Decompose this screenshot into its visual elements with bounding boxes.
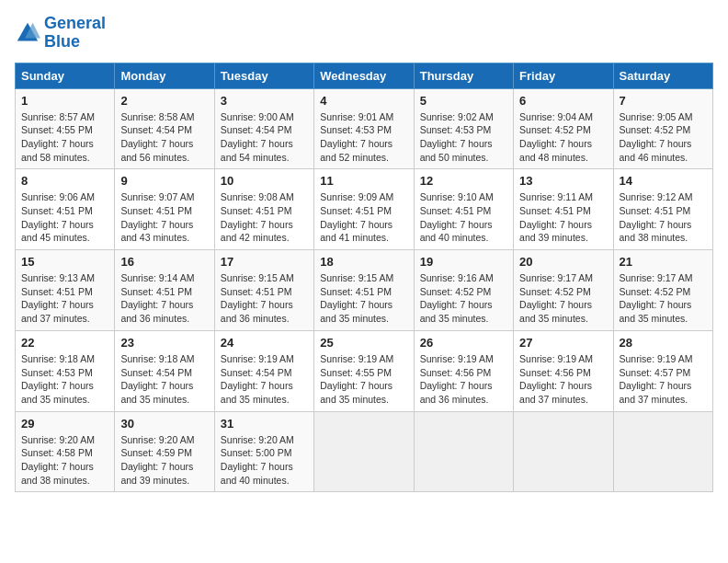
calendar-cell: 21 Sunrise: 9:17 AM Sunset: 4:52 PM Dayl… [613, 250, 712, 331]
calendar-cell [414, 411, 513, 492]
calendar-cell: 19 Sunrise: 9:16 AM Sunset: 4:52 PM Dayl… [414, 250, 513, 331]
calendar-cell: 16 Sunrise: 9:14 AM Sunset: 4:51 PM Dayl… [115, 250, 214, 331]
day-info: Sunrise: 9:14 AM Sunset: 4:51 PM Dayligh… [120, 271, 208, 326]
day-info: Sunrise: 9:13 AM Sunset: 4:51 PM Dayligh… [21, 271, 108, 326]
day-number: 7 [620, 94, 707, 108]
logo-text: General Blue [44, 15, 106, 52]
calendar-cell: 12 Sunrise: 9:10 AM Sunset: 4:51 PM Dayl… [414, 169, 513, 250]
calendar-table: SundayMondayTuesdayWednesdayThursdayFrid… [15, 63, 713, 493]
calendar-cell: 18 Sunrise: 9:15 AM Sunset: 4:51 PM Dayl… [314, 250, 414, 331]
day-info: Sunrise: 9:18 AM Sunset: 4:54 PM Dayligh… [120, 352, 208, 407]
calendar-cell: 28 Sunrise: 9:19 AM Sunset: 4:57 PM Dayl… [613, 330, 712, 411]
day-info: Sunrise: 9:20 AM Sunset: 4:59 PM Dayligh… [120, 433, 208, 488]
day-number: 13 [519, 174, 607, 188]
day-info: Sunrise: 9:16 AM Sunset: 4:52 PM Dayligh… [420, 271, 507, 326]
day-number: 23 [120, 336, 208, 350]
calendar-cell [613, 411, 712, 492]
day-number: 16 [120, 255, 208, 269]
day-info: Sunrise: 9:19 AM Sunset: 4:55 PM Dayligh… [320, 352, 407, 407]
day-info: Sunrise: 9:00 AM Sunset: 4:54 PM Dayligh… [221, 110, 308, 165]
calendar-cell: 26 Sunrise: 9:19 AM Sunset: 4:56 PM Dayl… [414, 330, 513, 411]
day-number: 5 [420, 94, 507, 108]
day-info: Sunrise: 9:07 AM Sunset: 4:51 PM Dayligh… [120, 190, 208, 245]
day-info: Sunrise: 9:06 AM Sunset: 4:51 PM Dayligh… [21, 190, 108, 245]
calendar-cell: 5 Sunrise: 9:02 AM Sunset: 4:53 PM Dayli… [414, 88, 513, 169]
day-number: 3 [221, 94, 308, 108]
day-info: Sunrise: 9:01 AM Sunset: 4:53 PM Dayligh… [320, 110, 407, 165]
calendar-cell: 10 Sunrise: 9:08 AM Sunset: 4:51 PM Dayl… [214, 169, 313, 250]
calendar-cell [314, 411, 414, 492]
calendar-cell: 25 Sunrise: 9:19 AM Sunset: 4:55 PM Dayl… [314, 330, 414, 411]
logo: General Blue [15, 15, 106, 52]
day-number: 27 [519, 336, 607, 350]
day-number: 31 [221, 417, 308, 431]
calendar-cell: 31 Sunrise: 9:20 AM Sunset: 5:00 PM Dayl… [214, 411, 313, 492]
day-number: 21 [620, 255, 707, 269]
calendar-cell: 22 Sunrise: 9:18 AM Sunset: 4:53 PM Dayl… [16, 330, 115, 411]
calendar-week-2: 8 Sunrise: 9:06 AM Sunset: 4:51 PM Dayli… [16, 169, 713, 250]
day-number: 6 [519, 94, 607, 108]
day-number: 24 [221, 336, 308, 350]
weekday-header-tuesday: Tuesday [214, 63, 313, 88]
calendar-cell: 2 Sunrise: 8:58 AM Sunset: 4:54 PM Dayli… [115, 88, 214, 169]
day-info: Sunrise: 9:20 AM Sunset: 5:00 PM Dayligh… [221, 433, 308, 488]
calendar-week-5: 29 Sunrise: 9:20 AM Sunset: 4:58 PM Dayl… [16, 411, 713, 492]
weekday-header-saturday: Saturday [613, 63, 712, 88]
calendar-cell: 7 Sunrise: 9:05 AM Sunset: 4:52 PM Dayli… [613, 88, 712, 169]
day-info: Sunrise: 8:57 AM Sunset: 4:55 PM Dayligh… [21, 110, 108, 165]
calendar-cell: 4 Sunrise: 9:01 AM Sunset: 4:53 PM Dayli… [314, 88, 414, 169]
calendar-cell: 3 Sunrise: 9:00 AM Sunset: 4:54 PM Dayli… [214, 88, 313, 169]
day-number: 19 [420, 255, 507, 269]
day-info: Sunrise: 9:11 AM Sunset: 4:51 PM Dayligh… [519, 190, 607, 245]
weekday-header-thursday: Thursday [414, 63, 513, 88]
day-number: 9 [120, 174, 208, 188]
day-info: Sunrise: 9:15 AM Sunset: 4:51 PM Dayligh… [320, 271, 407, 326]
calendar-cell: 6 Sunrise: 9:04 AM Sunset: 4:52 PM Dayli… [514, 88, 613, 169]
day-info: Sunrise: 9:19 AM Sunset: 4:56 PM Dayligh… [519, 352, 607, 407]
calendar-week-4: 22 Sunrise: 9:18 AM Sunset: 4:53 PM Dayl… [16, 330, 713, 411]
day-number: 22 [21, 336, 108, 350]
day-info: Sunrise: 9:19 AM Sunset: 4:56 PM Dayligh… [420, 352, 507, 407]
day-number: 14 [620, 174, 707, 188]
day-info: Sunrise: 8:58 AM Sunset: 4:54 PM Dayligh… [120, 110, 208, 165]
calendar-cell: 9 Sunrise: 9:07 AM Sunset: 4:51 PM Dayli… [115, 169, 214, 250]
page-header: General Blue [15, 15, 713, 52]
day-number: 18 [320, 255, 407, 269]
weekday-header-sunday: Sunday [16, 63, 115, 88]
calendar-week-1: 1 Sunrise: 8:57 AM Sunset: 4:55 PM Dayli… [16, 88, 713, 169]
weekday-header-row: SundayMondayTuesdayWednesdayThursdayFrid… [16, 63, 713, 88]
day-info: Sunrise: 9:10 AM Sunset: 4:51 PM Dayligh… [420, 190, 507, 245]
day-number: 30 [120, 417, 208, 431]
day-number: 10 [221, 174, 308, 188]
calendar-cell: 30 Sunrise: 9:20 AM Sunset: 4:59 PM Dayl… [115, 411, 214, 492]
day-info: Sunrise: 9:02 AM Sunset: 4:53 PM Dayligh… [420, 110, 507, 165]
day-number: 20 [519, 255, 607, 269]
day-info: Sunrise: 9:04 AM Sunset: 4:52 PM Dayligh… [519, 110, 607, 165]
calendar-cell: 14 Sunrise: 9:12 AM Sunset: 4:51 PM Dayl… [613, 169, 712, 250]
calendar-cell: 13 Sunrise: 9:11 AM Sunset: 4:51 PM Dayl… [514, 169, 613, 250]
day-info: Sunrise: 9:18 AM Sunset: 4:53 PM Dayligh… [21, 352, 108, 407]
calendar-cell: 11 Sunrise: 9:09 AM Sunset: 4:51 PM Dayl… [314, 169, 414, 250]
day-info: Sunrise: 9:20 AM Sunset: 4:58 PM Dayligh… [21, 433, 108, 488]
day-number: 8 [21, 174, 108, 188]
day-info: Sunrise: 9:12 AM Sunset: 4:51 PM Dayligh… [620, 190, 707, 245]
day-number: 15 [21, 255, 108, 269]
calendar-cell: 8 Sunrise: 9:06 AM Sunset: 4:51 PM Dayli… [16, 169, 115, 250]
weekday-header-monday: Monday [115, 63, 214, 88]
day-info: Sunrise: 9:17 AM Sunset: 4:52 PM Dayligh… [519, 271, 607, 326]
day-number: 12 [420, 174, 507, 188]
day-number: 25 [320, 336, 407, 350]
day-number: 1 [21, 94, 108, 108]
calendar-cell [514, 411, 613, 492]
weekday-header-wednesday: Wednesday [314, 63, 414, 88]
day-number: 28 [620, 336, 707, 350]
day-number: 11 [320, 174, 407, 188]
calendar-cell: 27 Sunrise: 9:19 AM Sunset: 4:56 PM Dayl… [514, 330, 613, 411]
day-info: Sunrise: 9:09 AM Sunset: 4:51 PM Dayligh… [320, 190, 407, 245]
day-number: 4 [320, 94, 407, 108]
calendar-week-3: 15 Sunrise: 9:13 AM Sunset: 4:51 PM Dayl… [16, 250, 713, 331]
day-number: 17 [221, 255, 308, 269]
calendar-cell: 17 Sunrise: 9:15 AM Sunset: 4:51 PM Dayl… [214, 250, 313, 331]
day-info: Sunrise: 9:05 AM Sunset: 4:52 PM Dayligh… [620, 110, 707, 165]
day-number: 29 [21, 417, 108, 431]
